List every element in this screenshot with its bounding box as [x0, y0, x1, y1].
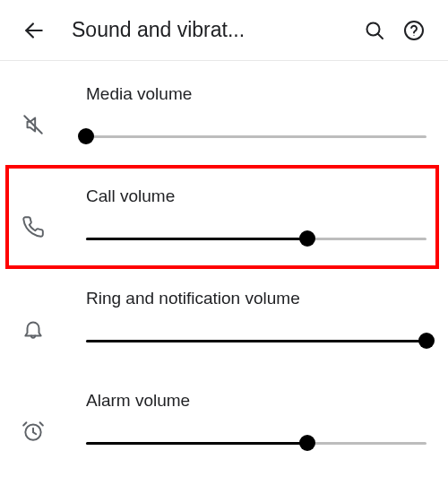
help-icon	[403, 20, 425, 41]
app-bar: Sound and vibrat...	[0, 0, 448, 61]
svg-line-2	[378, 33, 383, 39]
call-volume-icon-wrap	[22, 186, 72, 238]
ring-volume-icon-wrap	[22, 289, 72, 341]
alarm-volume-slider[interactable]	[86, 434, 426, 452]
call-volume-content: Call volume	[72, 186, 426, 247]
call-volume-row: Call volume	[0, 169, 448, 271]
alarm-volume-row: Alarm volume	[0, 373, 448, 475]
volume-list: Media volume Call volume	[0, 61, 448, 475]
call-volume-slider[interactable]	[86, 230, 426, 247]
media-volume-icon-wrap	[22, 84, 72, 136]
help-button[interactable]	[394, 11, 434, 50]
ring-volume-label: Ring and notification volume	[86, 289, 426, 308]
media-volume-row: Media volume	[0, 66, 448, 169]
ring-volume-row: Ring and notification volume	[0, 271, 448, 373]
back-button[interactable]	[14, 11, 54, 50]
arrow-back-icon	[22, 19, 46, 42]
ring-volume-slider[interactable]	[86, 332, 426, 350]
search-button[interactable]	[355, 11, 394, 50]
svg-line-10	[40, 422, 43, 425]
svg-point-3	[405, 22, 423, 39]
search-icon	[364, 20, 385, 41]
alarm-volume-label: Alarm volume	[86, 391, 426, 411]
media-volume-label: Media volume	[86, 84, 426, 104]
alarm-volume-icon-wrap	[22, 391, 72, 443]
ring-volume-content: Ring and notification volume	[72, 289, 426, 350]
phone-icon	[22, 215, 45, 238]
svg-line-9	[23, 422, 26, 425]
clock-icon	[22, 420, 45, 443]
media-volume-slider[interactable]	[86, 127, 426, 145]
media-mute-icon	[22, 113, 45, 136]
page-title: Sound and vibrat...	[72, 18, 355, 42]
alarm-volume-content: Alarm volume	[72, 391, 426, 452]
call-volume-label: Call volume	[86, 186, 426, 206]
svg-line-8	[33, 432, 36, 434]
svg-point-4	[413, 34, 414, 35]
media-volume-content: Media volume	[72, 84, 426, 145]
bell-icon	[22, 317, 45, 341]
